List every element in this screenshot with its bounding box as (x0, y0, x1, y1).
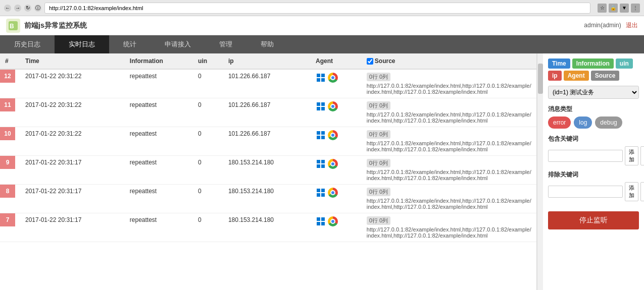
row-agent (311, 69, 362, 98)
table-row: 102017-01-22 20:31:22repeattest0101.226.… (0, 127, 536, 156)
row-number: 10 (0, 127, 15, 140)
forward-button[interactable]: → (14, 5, 21, 12)
nav-item-管理[interactable]: 管理 (205, 35, 246, 53)
row-agent (311, 213, 362, 242)
row-uin: 0 (193, 213, 223, 242)
source-tag-badge: 0行 0列 (367, 101, 390, 110)
url-bar[interactable] (44, 3, 590, 14)
msg-types-group: errorlogdebug (548, 117, 639, 129)
row-source: 0行 0列http://127.0.0.1:82/example/index.h… (362, 69, 536, 98)
nav-bar: 历史日志实时日志统计申请接入管理帮助 (0, 35, 644, 53)
include-add-button[interactable]: 添加 (625, 146, 638, 165)
msg-type-label: 消息类型 (548, 105, 639, 113)
svg-rect-10 (317, 131, 320, 135)
msg-type-log[interactable]: log (574, 117, 592, 129)
app-header: B 前端js异常监控系统 admin(admin) 退出 (0, 16, 644, 35)
scrollbar-thumb[interactable] (538, 64, 543, 94)
exclude-add-button[interactable]: 添加 (625, 182, 638, 201)
include-keyword-input[interactable] (548, 150, 623, 162)
windows-icon (316, 188, 326, 198)
source-url-text: http://127.0.0.1:82/example/index.html,h… (367, 226, 531, 239)
exclude-keyword-input[interactable] (548, 186, 623, 198)
app-logo: B 前端js异常监控系统 (6, 19, 87, 33)
table-row: 72017-01-22 20:31:17repeattest0180.153.2… (0, 213, 536, 242)
windows-icon (316, 73, 326, 83)
table-row: 122017-01-22 20:31:22repeattest0101.226.… (0, 69, 536, 98)
username-label: admin(admin) (584, 22, 621, 29)
source-url-text: http://127.0.0.1:82/example/index.html,h… (367, 111, 531, 124)
svg-text:B: B (10, 23, 14, 30)
stop-listen-button[interactable]: 停止监听 (548, 211, 639, 229)
source-tag-badge: 0行 0列 (367, 159, 390, 167)
nav-item-帮助[interactable]: 帮助 (246, 35, 288, 53)
bookmark-icon[interactable]: ☆ (598, 4, 607, 13)
col-uin: uin (193, 53, 223, 69)
row-id-cell: 10 (0, 127, 20, 156)
chrome-icon (328, 130, 338, 140)
ext-icon-2[interactable]: ▼ (620, 4, 629, 13)
row-time: 2017-01-22 20:31:17 (20, 185, 125, 213)
row-number: 12 (0, 70, 15, 83)
row-information: repeattest (125, 98, 193, 127)
row-uin: 0 (193, 127, 223, 156)
filter-tag-ip[interactable]: ip (548, 71, 562, 81)
col-agent: Agent (311, 53, 362, 69)
row-number: 8 (0, 185, 15, 198)
ext-icon-3[interactable]: ⋮ (631, 4, 640, 13)
col-ip: ip (223, 53, 311, 69)
exclude-clear-button[interactable]: 清空 (640, 182, 644, 201)
source-checkbox[interactable] (367, 58, 373, 65)
row-id-cell: 11 (0, 98, 20, 127)
source-url-text: http://127.0.0.1:82/example/index.html,h… (367, 198, 531, 210)
refresh-button[interactable]: ↻ (24, 5, 31, 12)
scrollbar-track[interactable] (537, 53, 543, 290)
agent-icons (316, 130, 357, 140)
exclude-keyword-section: 排除关键词 添加 清空 (548, 170, 639, 201)
filter-tag-time[interactable]: Time (548, 59, 570, 69)
browser-bar: ← → ↻ ⓘ ☆ 🔒 ▼ ⋮ (0, 0, 644, 16)
svg-rect-19 (321, 189, 325, 192)
source-tag-badge: 0行 0列 (367, 130, 390, 139)
main-container: # Time Information uin ip Agent Source 1… (0, 53, 644, 290)
msg-type-debug[interactable]: debug (595, 117, 622, 129)
svg-rect-5 (321, 78, 325, 82)
row-information: repeattest (125, 185, 193, 213)
include-label: 包含关键词 (548, 135, 639, 143)
row-ip: 101.226.66.187 (223, 127, 311, 156)
include-clear-button[interactable]: 清空 (640, 146, 644, 165)
logout-link[interactable]: 退出 (626, 22, 638, 29)
svg-rect-9 (321, 107, 325, 110)
table-row: 92017-01-22 20:31:17repeattest0180.153.2… (0, 156, 536, 185)
nav-item-统计[interactable]: 统计 (109, 35, 151, 53)
row-number: 9 (0, 156, 15, 169)
windows-icon (316, 216, 326, 226)
filter-tag-agent[interactable]: Agent (564, 71, 589, 81)
row-id-cell: 12 (0, 69, 20, 98)
agent-icons (316, 73, 357, 83)
chrome-icon (328, 73, 338, 83)
source-checkbox-label[interactable]: Source (367, 57, 531, 65)
row-source: 0行 0列http://127.0.0.1:82/example/index.h… (362, 213, 536, 242)
chrome-icon (328, 216, 338, 226)
svg-rect-4 (317, 78, 320, 82)
include-keyword-section: 包含关键词 添加 清空 (548, 135, 639, 165)
filter-tag-information[interactable]: Information (572, 59, 614, 69)
nav-item-历史日志[interactable]: 历史日志 (0, 35, 55, 53)
exclude-keyword-row: 添加 清空 (548, 182, 639, 201)
service-select[interactable]: (id=1) 测试业务 (548, 86, 639, 99)
nav-item-申请接入[interactable]: 申请接入 (151, 35, 205, 53)
row-id-cell: 8 (0, 185, 20, 213)
agent-icons (316, 188, 357, 198)
msg-type-error[interactable]: error (548, 117, 571, 129)
info-button[interactable]: ⓘ (34, 5, 41, 12)
ext-icon-1[interactable]: 🔒 (609, 4, 618, 13)
row-ip: 101.226.66.187 (223, 98, 311, 127)
row-id-cell: 9 (0, 156, 20, 185)
back-button[interactable]: ← (4, 5, 11, 12)
filter-tag-uin[interactable]: uin (616, 59, 633, 69)
row-source: 0行 0列http://127.0.0.1:82/example/index.h… (362, 156, 536, 185)
row-information: repeattest (125, 127, 193, 156)
filter-tag-source[interactable]: Source (591, 71, 620, 81)
table-row: 82017-01-22 20:31:17repeattest0180.153.2… (0, 185, 536, 213)
nav-item-实时日志[interactable]: 实时日志 (55, 35, 109, 53)
